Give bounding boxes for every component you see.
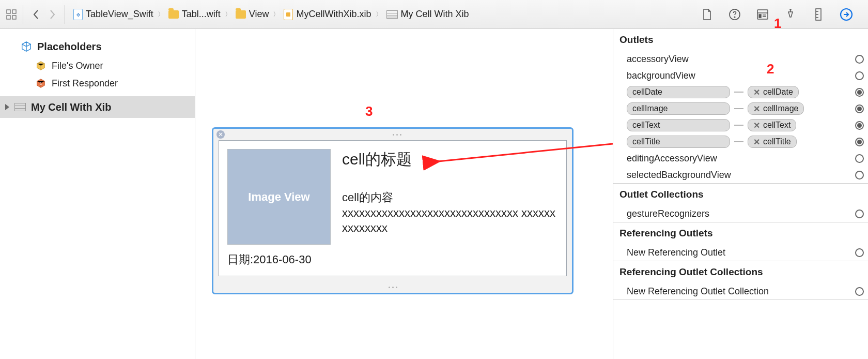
outlet-target-pill[interactable]: ✕cellText [748,119,796,131]
item-label: File's Owner [52,61,103,71]
connection-line [734,108,743,109]
crumb-cell[interactable]: My Cell With Xib [384,9,471,20]
svg-rect-0 [7,10,10,13]
outlet-target-pill[interactable]: ✕cellDate [748,86,799,98]
help-inspector-icon[interactable] [727,7,742,22]
first-responder-item[interactable]: 1 First Responder [0,74,195,92]
cube-icon [21,41,32,52]
document-outline: Placeholders File's Owner 1 First Respon… [0,29,195,359]
cell-date-label[interactable]: 日期:2016-06-30 [227,252,558,267]
cell-text-label[interactable]: cell的内容 xxxxxxxxxxxxxxxxxxxxxxxxxxxxxxx … [342,190,558,236]
cell-title-label[interactable]: cell的标题 [342,149,558,170]
file-inspector-icon[interactable] [700,7,714,22]
xib-resize-bar[interactable] [213,281,572,293]
crumb-label: My Cell With Xib [401,9,469,20]
connection-port-icon[interactable] [855,104,864,113]
connection-port-icon[interactable] [855,210,864,218]
cell-content-view[interactable]: Image View cell的标题 cell的内容 xxxxxxxxxxxxx… [219,140,567,276]
outlet-name-pill[interactable]: cellImage [627,102,730,115]
connection-port-icon[interactable] [855,88,864,97]
attributes-inspector-icon[interactable] [783,7,798,22]
connection-port-icon[interactable] [855,121,864,130]
interface-builder-canvas[interactable]: ✕ Image View cell的标题 cell的内容 [195,29,613,359]
connection-port-icon[interactable] [855,154,864,163]
outlet-collections-header: Outlet Collections [613,184,868,205]
breadcrumb: ⟐ TableView_Swift 〉 Tabl...wift 〉 View 〉… [71,9,471,20]
disclosure-triangle-icon[interactable] [5,104,9,110]
outlet-name: gestureRecognizers [627,208,709,219]
separator [65,5,65,24]
disconnect-icon[interactable]: ✕ [753,87,760,97]
connection-line [734,125,743,126]
connection-port-icon[interactable] [855,71,864,80]
placeholders-section: Placeholders [0,36,195,57]
outlet-row[interactable]: backgroundView [613,67,868,84]
outlet-name-pill[interactable]: cellDate [627,86,730,98]
outlet-name: selectedBackgroundView [627,170,731,181]
outlet-row[interactable]: cellTitle ✕cellTitle [613,133,868,150]
outlet-row[interactable]: accessoryView [613,51,868,67]
crumb-folder[interactable]: Tabl...wift [166,9,223,20]
outlet-target-pill[interactable]: ✕cellTitle [748,136,797,148]
selected-object[interactable]: My Cell With Xib [0,96,195,118]
connections-inspector-icon[interactable] [839,7,854,22]
related-items-icon[interactable] [4,7,19,22]
top-bar: ⟐ TableView_Swift 〉 Tabl...wift 〉 View 〉… [0,0,868,29]
outlet-name-pill[interactable]: cellText [627,119,730,131]
outlet-row[interactable]: cellDate ✕cellDate [613,84,868,100]
svg-text:1: 1 [40,81,42,86]
crumb-xib[interactable]: MyCellWithXib.xib [282,9,373,20]
folder-icon [168,10,179,19]
annotation-3: 3 [365,103,373,119]
connection-port-icon[interactable] [855,171,864,180]
main-area: Placeholders File's Owner 1 First Respon… [0,29,868,359]
identity-inspector-icon[interactable] [755,7,770,22]
table-cell-icon [386,10,398,19]
outlet-name: New Referencing Outlet Collection [627,286,769,297]
outlet-name-pill[interactable]: cellTitle [627,136,730,148]
connections-inspector: Outlets accessoryView backgroundView cel… [613,29,868,359]
nav-group: ⟐ TableView_Swift 〉 Tabl...wift 〉 View 〉… [4,5,471,24]
back-button[interactable] [27,9,44,20]
outlet-row[interactable]: New Referencing Outlet Collection [613,283,868,300]
connection-port-icon[interactable] [855,287,864,296]
cell-text-heading: cell的内容 [342,191,393,204]
crumb-project[interactable]: ⟐ TableView_Swift [71,9,156,20]
outlet-row[interactable]: New Referencing Outlet [613,244,868,261]
disconnect-icon[interactable]: ✕ [753,137,760,147]
outlet-name: backgroundView [627,70,695,81]
connection-port-icon[interactable] [855,55,864,64]
image-view[interactable]: Image View [227,149,331,245]
size-inspector-icon[interactable] [811,7,826,22]
outlet-target-pill[interactable]: ✕cellImage [748,102,804,115]
outlet-row[interactable]: gestureRecognizers [613,205,868,222]
crumb-label: Tabl...wift [182,9,221,20]
svg-rect-1 [12,10,16,13]
connection-line [734,92,743,93]
svg-rect-2 [7,16,10,19]
chevron-right-icon: 〉 [225,10,231,19]
cell-xib[interactable]: ✕ Image View cell的标题 cell的内容 [212,127,574,294]
annotation-1: 1 [774,16,781,32]
connection-port-icon[interactable] [855,248,864,257]
disconnect-icon[interactable]: ✕ [753,104,760,114]
outlet-row[interactable]: cellText ✕cellText [613,117,868,133]
forward-button[interactable] [44,9,60,20]
close-icon[interactable]: ✕ [216,130,225,139]
chevron-right-icon: 〉 [158,10,164,19]
svg-point-5 [734,17,735,18]
inspector-tabs [700,7,864,22]
outlet-row[interactable]: editingAccessoryView [613,150,868,167]
separator [23,5,23,24]
item-label: First Responder [52,78,118,89]
xib-title-bar[interactable]: ✕ [213,129,572,140]
connection-port-icon[interactable] [855,138,864,146]
crumb-folder[interactable]: View [234,9,271,20]
disconnect-icon[interactable]: ✕ [753,121,760,130]
chevron-right-icon: 〉 [376,10,382,19]
outlet-row[interactable]: selectedBackgroundView [613,167,868,183]
outlet-row[interactable]: cellImage ✕cellImage [613,100,868,117]
image-view-placeholder: Image View [248,190,309,204]
referencing-outlets-header: Referencing Outlets [613,222,868,244]
files-owner-item[interactable]: File's Owner [0,57,195,74]
